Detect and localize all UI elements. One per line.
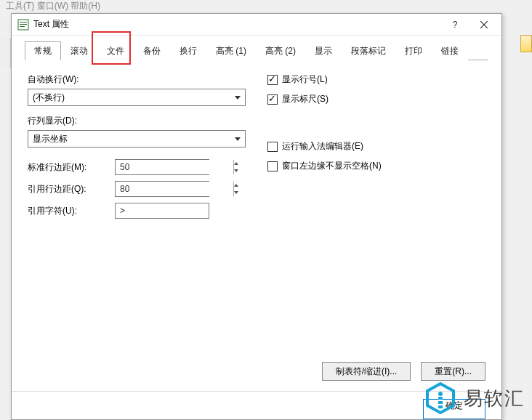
quote-margin-label: 引用行边距(Q): — [28, 183, 115, 195]
auto-wrap-value: (不换行) — [33, 92, 65, 104]
quote-margin-input[interactable] — [116, 182, 233, 196]
tab-highlight2[interactable]: 高亮 (2) — [256, 41, 305, 60]
svg-rect-9 — [438, 401, 443, 404]
parent-menu-fragment: 工具(T) 窗口(W) 帮助(H) — [0, 0, 532, 13]
tab-content-general: 自动换行(W): (不换行) 行列显示(D): 显示坐标 标准行边距(M): 引… — [12, 60, 501, 356]
hide-left-spaces-label: 窗口左边缘不显示空格(N) — [282, 160, 382, 172]
tab-display[interactable]: 显示 — [305, 41, 342, 60]
svg-rect-2 — [20, 24, 27, 25]
text-properties-dialog: Text 属性 ? 常规 滚动 文件 备份 换行 高亮 (1) 高亮 (2) 显… — [11, 13, 502, 420]
svg-rect-8 — [438, 397, 443, 400]
run-ime-checkbox[interactable] — [267, 142, 278, 152]
quote-char-label: 引用字符(U): — [28, 205, 115, 217]
show-ruler-label: 显示标尺(S) — [282, 93, 329, 105]
std-margin-spinner[interactable] — [115, 159, 209, 175]
svg-rect-10 — [438, 405, 443, 408]
reset-button[interactable]: 重置(R)... — [421, 362, 485, 381]
svg-rect-3 — [20, 26, 25, 27]
tab-highlight1[interactable]: 高亮 (1) — [206, 41, 256, 60]
brand-icon — [424, 382, 456, 414]
tab-wrap[interactable]: 换行 — [170, 41, 206, 60]
tab-indent-button[interactable]: 制表符/缩进(I)... — [322, 362, 411, 381]
tab-general[interactable]: 常规 — [25, 41, 61, 60]
show-line-no-checkbox[interactable] — [267, 75, 278, 85]
rowcol-select[interactable]: 显示坐标 — [28, 130, 246, 148]
show-line-no-label: 显示行号(L) — [282, 73, 328, 86]
close-button[interactable] — [469, 15, 499, 35]
tab-scroll[interactable]: 滚动 — [61, 41, 97, 60]
tab-bar: 常规 滚动 文件 备份 换行 高亮 (1) 高亮 (2) 显示 段落标记 打印 … — [12, 36, 501, 60]
quote-char-input[interactable] — [115, 203, 209, 219]
auto-wrap-label: 自动换行(W): — [28, 73, 260, 86]
brand-text: 易软汇 — [464, 386, 525, 411]
tab-backup[interactable]: 备份 — [134, 41, 170, 60]
svg-rect-1 — [20, 22, 27, 23]
tab-link[interactable]: 链接 — [432, 41, 468, 60]
show-ruler-checkbox[interactable] — [267, 94, 278, 105]
run-ime-label: 运行输入法编辑器(E) — [282, 140, 363, 153]
tab-paragraph[interactable]: 段落标记 — [342, 41, 395, 60]
right-column: 显示行号(L) 显示标尺(S) 运行输入法编辑器(E) 窗口左边缘不显示空格(N… — [260, 73, 485, 343]
toolbar-fragment — [0, 38, 11, 68]
std-margin-input[interactable] — [116, 160, 233, 174]
rowcol-label: 行列显示(D): — [28, 115, 260, 127]
std-margin-label: 标准行边距(M): — [28, 161, 115, 174]
svg-point-7 — [438, 392, 443, 396]
close-icon — [480, 20, 488, 29]
rowcol-value: 显示坐标 — [33, 133, 68, 145]
spin-up-icon[interactable] — [234, 182, 238, 189]
spin-down-icon[interactable] — [234, 189, 238, 196]
ruler-fragment — [520, 35, 532, 52]
spin-down-icon[interactable] — [234, 167, 238, 174]
quote-margin-spinner[interactable] — [115, 181, 209, 197]
tab-file[interactable]: 文件 — [97, 41, 134, 60]
hide-left-spaces-checkbox[interactable] — [267, 161, 278, 171]
titlebar: Text 属性 ? — [12, 14, 501, 36]
tab-print[interactable]: 打印 — [395, 41, 432, 60]
help-button[interactable]: ? — [440, 15, 469, 35]
spin-up-icon[interactable] — [234, 160, 238, 167]
auto-wrap-select[interactable]: (不换行) — [28, 89, 246, 106]
left-column: 自动换行(W): (不换行) 行列显示(D): 显示坐标 标准行边距(M): 引… — [28, 73, 260, 343]
watermark-brand: 易软汇 — [424, 382, 525, 414]
dialog-title: Text 属性 — [33, 18, 440, 31]
app-icon — [17, 19, 29, 31]
